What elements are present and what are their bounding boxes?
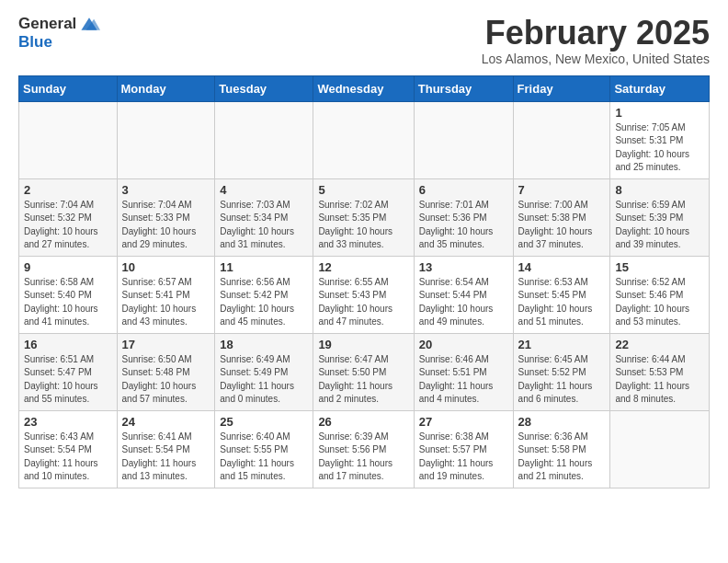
- calendar-row-1: 1Sunrise: 7:05 AM Sunset: 5:31 PM Daylig…: [19, 101, 710, 178]
- calendar-cell: 13Sunrise: 6:54 AM Sunset: 5:44 PM Dayli…: [414, 256, 513, 333]
- day-number: 25: [220, 415, 308, 429]
- day-number: 28: [518, 415, 606, 429]
- day-number: 12: [318, 260, 408, 274]
- calendar-cell: 18Sunrise: 6:49 AM Sunset: 5:49 PM Dayli…: [215, 333, 313, 410]
- day-number: 7: [518, 183, 606, 197]
- day-info: Sunrise: 7:02 AM Sunset: 5:35 PM Dayligh…: [318, 199, 408, 252]
- calendar-cell: 27Sunrise: 6:38 AM Sunset: 5:57 PM Dayli…: [414, 410, 513, 488]
- calendar-cell: [117, 101, 215, 178]
- day-info: Sunrise: 6:51 AM Sunset: 5:47 PM Dayligh…: [24, 353, 112, 407]
- col-header-wednesday: Wednesday: [313, 75, 414, 101]
- logo-general: General: [18, 15, 76, 33]
- calendar-table: SundayMondayTuesdayWednesdayThursdayFrid…: [18, 75, 710, 488]
- day-info: Sunrise: 6:38 AM Sunset: 5:57 PM Dayligh…: [419, 431, 508, 484]
- calendar-cell: 26Sunrise: 6:39 AM Sunset: 5:56 PM Dayli…: [313, 410, 414, 488]
- day-info: Sunrise: 7:03 AM Sunset: 5:34 PM Dayligh…: [220, 199, 308, 252]
- day-number: 16: [24, 338, 112, 351]
- calendar-cell: 14Sunrise: 6:53 AM Sunset: 5:45 PM Dayli…: [513, 256, 610, 333]
- day-number: 17: [122, 338, 210, 351]
- calendar-cell: 4Sunrise: 7:03 AM Sunset: 5:34 PM Daylig…: [215, 178, 313, 256]
- calendar-cell: 19Sunrise: 6:47 AM Sunset: 5:50 PM Dayli…: [313, 333, 414, 410]
- day-number: 2: [24, 183, 112, 197]
- day-number: 9: [24, 260, 112, 274]
- calendar-cell: [215, 101, 313, 178]
- calendar-cell: 1Sunrise: 7:05 AM Sunset: 5:31 PM Daylig…: [610, 101, 710, 178]
- day-number: 13: [419, 260, 508, 274]
- calendar-cell: [313, 101, 414, 178]
- day-number: 10: [122, 260, 210, 274]
- day-info: Sunrise: 6:36 AM Sunset: 5:58 PM Dayligh…: [518, 431, 606, 484]
- day-info: Sunrise: 7:00 AM Sunset: 5:38 PM Dayligh…: [518, 199, 606, 252]
- calendar-cell: 10Sunrise: 6:57 AM Sunset: 5:41 PM Dayli…: [117, 256, 215, 333]
- day-number: 22: [615, 338, 704, 351]
- calendar-cell: 6Sunrise: 7:01 AM Sunset: 5:36 PM Daylig…: [414, 178, 513, 256]
- calendar-cell: 2Sunrise: 7:04 AM Sunset: 5:32 PM Daylig…: [19, 178, 118, 256]
- page: General Blue February 2025 Los Alamos, N…: [0, 0, 728, 503]
- calendar-cell: [513, 101, 610, 178]
- logo-icon: [78, 16, 100, 32]
- calendar-row-2: 2Sunrise: 7:04 AM Sunset: 5:32 PM Daylig…: [19, 178, 710, 256]
- day-info: Sunrise: 6:57 AM Sunset: 5:41 PM Dayligh…: [122, 276, 210, 329]
- calendar-cell: [19, 101, 118, 178]
- day-number: 6: [419, 183, 508, 197]
- col-header-saturday: Saturday: [610, 75, 710, 101]
- day-number: 8: [615, 183, 704, 197]
- day-number: 24: [122, 415, 210, 429]
- calendar-cell: 8Sunrise: 6:59 AM Sunset: 5:39 PM Daylig…: [610, 178, 710, 256]
- day-info: Sunrise: 6:39 AM Sunset: 5:56 PM Dayligh…: [318, 431, 408, 484]
- calendar-cell: 20Sunrise: 6:46 AM Sunset: 5:51 PM Dayli…: [414, 333, 513, 410]
- col-header-thursday: Thursday: [414, 75, 513, 101]
- day-number: 4: [220, 183, 308, 197]
- day-info: Sunrise: 6:50 AM Sunset: 5:48 PM Dayligh…: [122, 353, 210, 407]
- day-number: 19: [318, 338, 408, 351]
- day-info: Sunrise: 6:46 AM Sunset: 5:51 PM Dayligh…: [419, 353, 508, 407]
- calendar-row-5: 23Sunrise: 6:43 AM Sunset: 5:54 PM Dayli…: [19, 410, 710, 488]
- day-info: Sunrise: 6:56 AM Sunset: 5:42 PM Dayligh…: [220, 276, 308, 329]
- day-number: 20: [419, 338, 508, 351]
- calendar-cell: 16Sunrise: 6:51 AM Sunset: 5:47 PM Dayli…: [19, 333, 118, 410]
- calendar-cell: 5Sunrise: 7:02 AM Sunset: 5:35 PM Daylig…: [313, 178, 414, 256]
- calendar-cell: 3Sunrise: 7:04 AM Sunset: 5:33 PM Daylig…: [117, 178, 215, 256]
- day-info: Sunrise: 6:45 AM Sunset: 5:52 PM Dayligh…: [518, 353, 606, 407]
- day-info: Sunrise: 6:49 AM Sunset: 5:49 PM Dayligh…: [220, 353, 308, 407]
- day-info: Sunrise: 6:58 AM Sunset: 5:40 PM Dayligh…: [24, 276, 112, 329]
- day-info: Sunrise: 7:04 AM Sunset: 5:32 PM Dayligh…: [24, 199, 112, 252]
- day-number: 21: [518, 338, 606, 351]
- calendar-cell: 22Sunrise: 6:44 AM Sunset: 5:53 PM Dayli…: [610, 333, 710, 410]
- day-number: 18: [220, 338, 308, 351]
- header: General Blue February 2025 Los Alamos, N…: [18, 15, 710, 66]
- logo: General Blue: [18, 15, 100, 52]
- day-number: 3: [122, 183, 210, 197]
- month-title: February 2025: [482, 15, 710, 52]
- day-info: Sunrise: 6:44 AM Sunset: 5:53 PM Dayligh…: [615, 353, 704, 407]
- calendar-cell: 28Sunrise: 6:36 AM Sunset: 5:58 PM Dayli…: [513, 410, 610, 488]
- day-number: 5: [318, 183, 408, 197]
- calendar-cell: 24Sunrise: 6:41 AM Sunset: 5:54 PM Dayli…: [117, 410, 215, 488]
- calendar-cell: [610, 410, 710, 488]
- day-info: Sunrise: 6:47 AM Sunset: 5:50 PM Dayligh…: [318, 353, 408, 407]
- calendar-row-4: 16Sunrise: 6:51 AM Sunset: 5:47 PM Dayli…: [19, 333, 710, 410]
- col-header-friday: Friday: [513, 75, 610, 101]
- calendar-cell: 23Sunrise: 6:43 AM Sunset: 5:54 PM Dayli…: [19, 410, 118, 488]
- col-header-sunday: Sunday: [19, 75, 118, 101]
- day-info: Sunrise: 7:04 AM Sunset: 5:33 PM Dayligh…: [122, 199, 210, 252]
- day-number: 15: [615, 260, 704, 274]
- day-info: Sunrise: 6:55 AM Sunset: 5:43 PM Dayligh…: [318, 276, 408, 329]
- calendar-cell: 9Sunrise: 6:58 AM Sunset: 5:40 PM Daylig…: [19, 256, 118, 333]
- day-info: Sunrise: 6:54 AM Sunset: 5:44 PM Dayligh…: [419, 276, 508, 329]
- location: Los Alamos, New Mexico, United States: [482, 52, 710, 66]
- day-info: Sunrise: 7:05 AM Sunset: 5:31 PM Dayligh…: [615, 121, 704, 175]
- day-number: 26: [318, 415, 408, 429]
- col-header-monday: Monday: [117, 75, 215, 101]
- day-info: Sunrise: 6:41 AM Sunset: 5:54 PM Dayligh…: [122, 431, 210, 484]
- col-header-tuesday: Tuesday: [215, 75, 313, 101]
- title-block: February 2025 Los Alamos, New Mexico, Un…: [482, 15, 710, 66]
- calendar-cell: 17Sunrise: 6:50 AM Sunset: 5:48 PM Dayli…: [117, 333, 215, 410]
- day-info: Sunrise: 6:59 AM Sunset: 5:39 PM Dayligh…: [615, 199, 704, 252]
- day-info: Sunrise: 6:53 AM Sunset: 5:45 PM Dayligh…: [518, 276, 606, 329]
- calendar-cell: 25Sunrise: 6:40 AM Sunset: 5:55 PM Dayli…: [215, 410, 313, 488]
- day-info: Sunrise: 6:43 AM Sunset: 5:54 PM Dayligh…: [24, 431, 112, 484]
- calendar-cell: [414, 101, 513, 178]
- calendar-cell: 11Sunrise: 6:56 AM Sunset: 5:42 PM Dayli…: [215, 256, 313, 333]
- calendar-cell: 15Sunrise: 6:52 AM Sunset: 5:46 PM Dayli…: [610, 256, 710, 333]
